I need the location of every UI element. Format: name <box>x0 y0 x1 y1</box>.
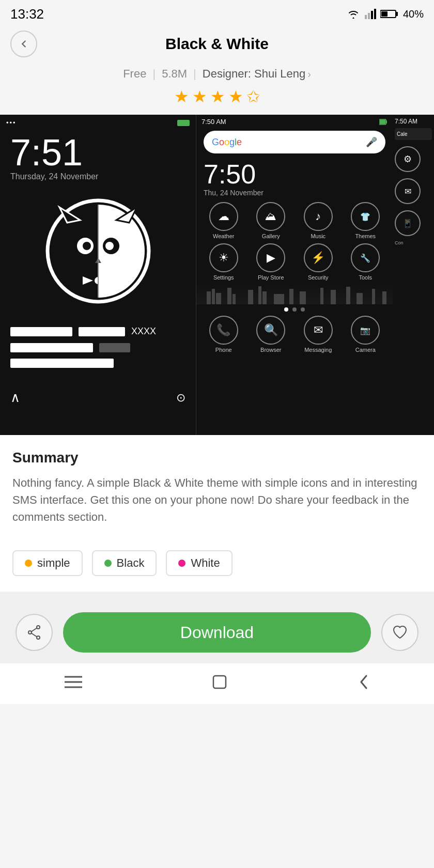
svg-rect-20 <box>386 120 387 123</box>
ss2-status: 7:50 AM <box>196 115 393 128</box>
ss2-clock: 7:50 <box>196 157 393 189</box>
ss2-status-icons <box>379 119 388 125</box>
ss2-battery <box>379 119 388 125</box>
status-time: 13:32 <box>10 6 44 22</box>
ss3-calc: Cale <box>395 128 432 140</box>
nav-back-icon <box>357 673 369 691</box>
svg-rect-31 <box>289 289 293 304</box>
status-bar: 13:32 40% <box>0 0 434 26</box>
svg-rect-29 <box>262 291 267 304</box>
google-search-bar[interactable]: Google 🎤 <box>204 131 385 153</box>
meta-section: Free | 5.8M | Designer: Shui Leng › ★ ★ … <box>0 62 434 115</box>
ss1-dots: ••• <box>6 119 17 127</box>
nav-back-button[interactable] <box>357 673 369 695</box>
star-4: ★ <box>228 87 243 106</box>
ss1-battery <box>177 120 190 126</box>
star-5: ✩ <box>246 87 260 106</box>
tag-dot-simple <box>25 560 32 567</box>
share-button[interactable] <box>16 614 53 651</box>
svg-rect-24 <box>216 293 221 304</box>
price-label: Free <box>123 67 146 81</box>
svg-rect-32 <box>300 291 306 304</box>
download-button[interactable]: Download <box>63 612 371 653</box>
designer-link[interactable]: Designer: Shui Leng › <box>203 67 311 81</box>
svg-rect-33 <box>320 288 323 304</box>
app-gallery: ⛰ Gallery <box>249 202 293 239</box>
app-icons-grid-2: ☀ Settings ▶ Play Store ⚡ Security 🔧 Too… <box>196 243 393 281</box>
screenshot-3: 7:50 AM Cale ⚙ ✉ 📱 Con <box>393 115 434 435</box>
bottom-action-bar: Download <box>0 602 434 663</box>
svg-rect-23 <box>212 289 215 304</box>
screenshot-2: 7:50 AM Google 🎤 7:50 Thu, 24 November ☁… <box>196 115 393 435</box>
up-arrow-icon: ∧ <box>10 390 20 406</box>
back-button[interactable] <box>10 30 37 57</box>
dot-1 <box>284 307 288 312</box>
ss2-time-small: 7:50 AM <box>202 118 226 126</box>
share-icon <box>26 624 42 641</box>
app-messaging: ✉ Messaging <box>296 316 340 353</box>
svg-rect-2 <box>371 11 373 19</box>
svg-rect-0 <box>365 15 367 19</box>
page-dots <box>196 305 393 314</box>
ss3-icon-3: 📱 <box>395 210 421 236</box>
svg-rect-27 <box>248 290 253 304</box>
ss1-bottom: ∧ ⊙ <box>0 379 196 411</box>
signal-icon <box>365 9 376 19</box>
ss3-time: 7:50 AM <box>395 118 432 125</box>
heart-icon <box>392 624 408 641</box>
svg-rect-22 <box>207 291 211 304</box>
spacer <box>196 239 393 243</box>
app-tools: 🔧 Tools <box>344 243 388 281</box>
star-2: ★ <box>192 87 207 106</box>
svg-rect-21 <box>380 120 385 124</box>
ss1-time: 7:51 <box>0 129 196 172</box>
svg-point-11 <box>83 242 91 250</box>
screenshots-container[interactable]: ••• 7:51 Thursday, 24 November <box>0 115 434 435</box>
tag-label-simple: simple <box>37 556 70 570</box>
pass-bar-5 <box>10 359 114 368</box>
google-logo: Google <box>212 137 242 148</box>
app-phone: 📞 Phone <box>202 316 246 353</box>
cat-logo <box>44 197 152 305</box>
favorite-button[interactable] <box>381 614 419 651</box>
tag-label-black: Black <box>117 556 145 570</box>
ss2-date: Thu, 24 November <box>196 189 393 202</box>
app-security: ⚡ Security <box>296 243 340 281</box>
tag-black[interactable]: Black <box>92 550 157 576</box>
app-music: ♪ Music <box>296 202 340 239</box>
svg-rect-5 <box>396 12 398 16</box>
app-browser: 🔍 Browser <box>249 316 293 353</box>
app-weather: ☁ Weather <box>202 202 246 239</box>
menu-icon <box>65 675 82 689</box>
page-title: Black & White <box>37 35 397 53</box>
svg-rect-37 <box>372 289 375 304</box>
tag-label-white: White <box>191 556 220 570</box>
spacer-bottom <box>0 592 434 602</box>
ss3-icon-1: ⚙ <box>395 146 421 172</box>
nav-menu-button[interactable] <box>65 675 82 692</box>
svg-rect-6 <box>381 11 388 17</box>
pass-bar-2 <box>79 327 125 336</box>
ss3-con-label: Con <box>395 240 432 245</box>
svg-rect-36 <box>357 293 363 304</box>
app-settings: ☀ Settings <box>202 243 246 281</box>
svg-point-13 <box>105 242 114 250</box>
app-playstore: ▶ Play Store <box>249 243 293 281</box>
star-1: ★ <box>174 87 189 106</box>
chevron-right-icon: › <box>307 68 311 80</box>
star-3: ★ <box>210 87 225 106</box>
nav-home-button[interactable] <box>212 674 227 693</box>
square-icon <box>212 674 227 690</box>
header: Black & White <box>0 26 434 62</box>
pass-bar-1 <box>10 327 72 336</box>
ss3-icons: ⚙ ✉ 📱 <box>395 144 432 238</box>
tag-simple[interactable]: simple <box>12 550 83 576</box>
summary-section: Summary Nothing fancy. A simple Black & … <box>0 435 434 540</box>
pass-label: XXXX <box>131 326 156 337</box>
tags-section: simple Black White <box>0 540 434 592</box>
tag-white[interactable]: White <box>166 550 232 576</box>
svg-rect-25 <box>227 288 231 304</box>
svg-rect-30 <box>274 294 284 304</box>
size-label: 5.8M <box>162 67 187 81</box>
camera-icon: ⊙ <box>176 391 185 405</box>
